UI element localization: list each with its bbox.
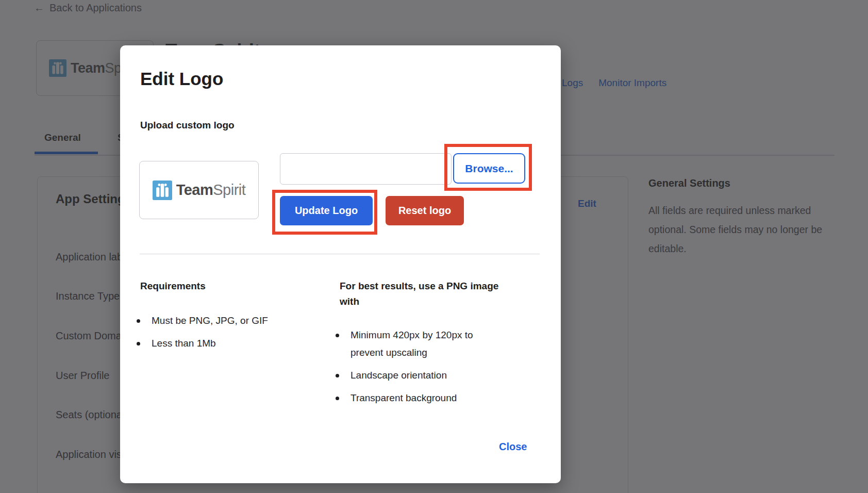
list-item: Transparent background xyxy=(336,389,490,407)
bullet-icon xyxy=(336,334,339,337)
close-link[interactable]: Close xyxy=(499,441,527,453)
best-result-text: Landscape orientation xyxy=(350,367,485,384)
requirements-heading: Requirements xyxy=(140,278,206,294)
screen: ← Back to Applications TeamSpirit TeamSp… xyxy=(0,0,868,493)
bullet-icon xyxy=(137,319,140,323)
logo-text-bold: Team xyxy=(176,182,213,198)
edit-logo-modal: Edit Logo Upload custom logo TeamSpirit … xyxy=(120,45,561,483)
reset-logo-button[interactable]: Reset logo xyxy=(386,196,464,225)
logo-text-light: Spirit xyxy=(213,182,245,198)
bullet-icon xyxy=(336,374,339,377)
requirement-text: Less than 1Mb xyxy=(152,335,216,352)
best-result-text: Transparent background xyxy=(350,389,485,407)
best-results-list: Minimum 420px by 120px to prevent upscal… xyxy=(336,326,490,412)
requirement-text: Must be PNG, JPG, or GIF xyxy=(152,312,268,330)
teamspirit-logo-text: TeamSpirit xyxy=(176,182,246,199)
update-logo-button[interactable]: Update Logo xyxy=(280,196,373,225)
logo-preview-tile: TeamSpirit xyxy=(139,161,259,219)
modal-divider xyxy=(140,254,540,254)
teamspirit-logo-preview: TeamSpirit xyxy=(153,180,246,200)
requirements-list: Must be PNG, JPG, or GIF Less than 1Mb xyxy=(137,312,307,357)
list-item: Minimum 420px by 120px to prevent upscal… xyxy=(336,326,490,361)
bullet-icon xyxy=(336,397,339,400)
upload-custom-logo-heading: Upload custom logo xyxy=(140,120,235,131)
list-item: Less than 1Mb xyxy=(137,335,307,352)
list-item: Landscape orientation xyxy=(336,367,490,384)
teamspirit-logo-icon xyxy=(153,180,172,200)
modal-title: Edit Logo xyxy=(140,69,223,89)
best-result-text: Minimum 420px by 120px to prevent upscal… xyxy=(350,326,485,361)
best-results-heading: For best results, use a PNG image with xyxy=(340,278,512,309)
list-item: Must be PNG, JPG, or GIF xyxy=(137,312,307,330)
bullet-icon xyxy=(137,342,140,346)
browse-button[interactable]: Browse... xyxy=(453,153,525,184)
logo-file-input[interactable] xyxy=(280,153,452,185)
